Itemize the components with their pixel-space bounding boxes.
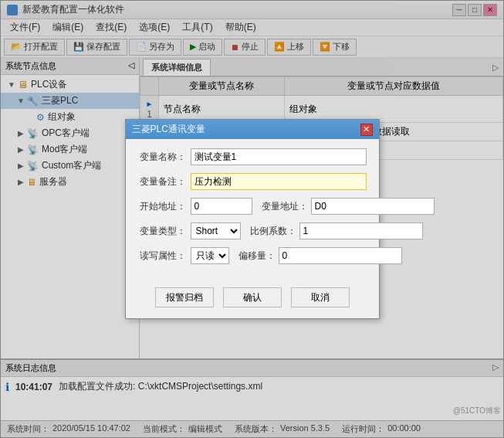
- var-addr-input[interactable]: [311, 198, 435, 215]
- report-button[interactable]: 报警归档: [155, 287, 214, 307]
- modal-close-button[interactable]: ✕: [360, 124, 373, 136]
- name-label: 变量名称：: [138, 151, 191, 164]
- offset-label: 偏移量：: [238, 250, 276, 263]
- form-row-type: 变量类型： Short Int Long Float Double String…: [138, 222, 367, 239]
- modal-dialog: 三菱PLC通讯变量 ✕ 变量名称： 变量备注： 开始地址： 变量地址：: [125, 119, 380, 319]
- modal-footer: 报警归档 确认 取消: [126, 281, 379, 318]
- note-input[interactable]: [191, 173, 367, 190]
- name-input[interactable]: [191, 148, 367, 165]
- modal-title-text: 三菱PLC通讯变量: [132, 123, 205, 136]
- modal-title-bar: 三菱PLC通讯变量 ✕: [126, 120, 379, 139]
- offset-input[interactable]: [279, 247, 402, 264]
- var-addr-label: 变量地址：: [262, 200, 308, 213]
- type-label: 变量类型：: [138, 225, 191, 238]
- note-label: 变量备注：: [138, 175, 191, 188]
- ratio-label: 比例系数：: [250, 225, 296, 238]
- rw-select[interactable]: 只读 读写 只写: [191, 247, 229, 264]
- form-row-address: 开始地址： 变量地址：: [138, 198, 367, 215]
- form-row-rw: 读写属性： 只读 读写 只写 偏移量：: [138, 247, 367, 264]
- confirm-button[interactable]: 确认: [223, 287, 282, 307]
- modal-overlay: 三菱PLC通讯变量 ✕ 变量名称： 变量备注： 开始地址： 变量地址：: [0, 0, 504, 438]
- form-row-name: 变量名称：: [138, 148, 367, 165]
- start-addr-label: 开始地址：: [138, 200, 191, 213]
- start-addr-input[interactable]: [191, 198, 252, 215]
- cancel-button[interactable]: 取消: [291, 287, 350, 307]
- rw-label: 读写属性：: [138, 250, 191, 263]
- form-row-note: 变量备注：: [138, 173, 367, 190]
- modal-body: 变量名称： 变量备注： 开始地址： 变量地址： 变量类型： Short I: [126, 139, 379, 281]
- watermark: @51CTO博客: [453, 406, 501, 416]
- type-select[interactable]: Short Int Long Float Double String: [191, 222, 241, 239]
- ratio-input[interactable]: [299, 222, 423, 239]
